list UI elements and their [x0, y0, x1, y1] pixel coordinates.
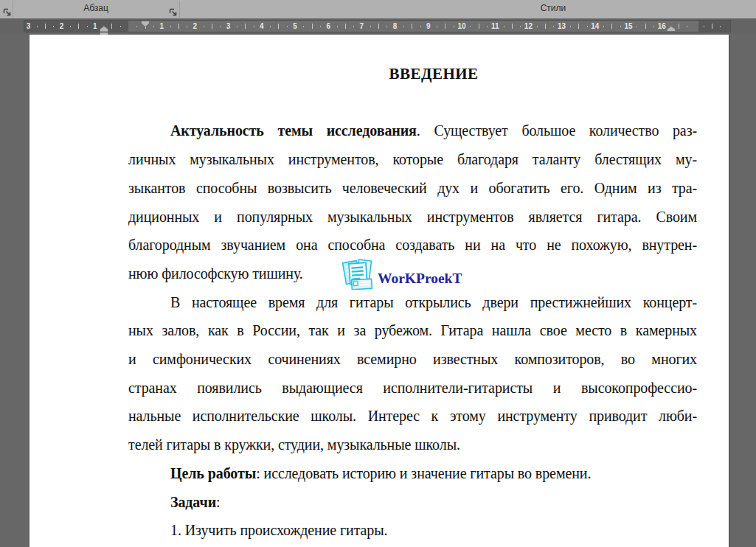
doc-line[interactable]: нальные исполнительские школы. Интерес к…	[128, 402, 697, 431]
ruler-tick	[87, 26, 88, 27]
text-segment: Цель работы	[170, 465, 256, 481]
ruler-tick	[153, 26, 154, 27]
ruler-tick	[212, 24, 212, 29]
ruler-tick	[637, 26, 637, 27]
ruler-tick	[553, 26, 554, 27]
text-segment: ных залов, как в России, так и за рубежо…	[128, 322, 697, 338]
doc-line[interactable]: Актуальность темы исследования. Существу…	[128, 116, 697, 145]
ruler-tick	[570, 26, 571, 27]
ruler-tick	[545, 24, 546, 29]
ruler-number: 15	[623, 22, 634, 30]
text-segment: нюю философскую тишину.	[128, 265, 303, 282]
doc-line[interactable]: странах появились выдающиеся исполнители…	[128, 374, 697, 403]
ruler-tick	[237, 26, 237, 27]
text-segment: В настоящее время для гитары открылись д…	[170, 294, 697, 310]
doc-line[interactable]: диционных и популярных музыкальных инстр…	[128, 203, 697, 231]
ruler-tick	[412, 24, 412, 29]
text-segment: телей гитары в кружки, студии, музыкальн…	[128, 436, 460, 453]
ruler-tick	[37, 26, 38, 27]
ruler-number: 12	[522, 22, 534, 30]
doc-line[interactable]: благородным звучанием она способна созда…	[128, 231, 697, 259]
ruler-tick	[378, 24, 379, 29]
ruler-tick	[220, 26, 221, 27]
text-segment: Актуальность темы исследования	[170, 122, 417, 139]
ruler-tick	[520, 26, 521, 27]
ruler-tick	[720, 26, 721, 27]
ruler-tick	[437, 26, 437, 27]
ruler-number: 2	[189, 22, 201, 30]
doc-line[interactable]: 1. Изучить происхождение гитары.	[128, 516, 697, 545]
paragraph[interactable]: 1. Изучить происхождение гитары.	[128, 516, 697, 545]
doc-line[interactable]: В настоящее время для гитары открылись д…	[128, 288, 697, 317]
ruler-tick	[445, 24, 445, 29]
ruler-number: 4	[256, 22, 268, 30]
ruler-tick	[353, 26, 354, 27]
document-paragraphs: Актуальность темы исследования. Существу…	[128, 116, 697, 545]
doc-line[interactable]: личных музыкальных инструментов, которые…	[128, 145, 697, 174]
right-indent-marker[interactable]	[667, 26, 676, 32]
document-heading[interactable]: ВВЕДЕНИЕ	[128, 60, 697, 88]
ruler-tick	[170, 26, 171, 27]
paragraph[interactable]: Цель работы: исследовать историю и значе…	[128, 459, 697, 488]
ruler-tick	[270, 26, 271, 27]
text-segment: странах появились выдающиеся исполнители…	[128, 380, 697, 396]
workproekt-logo-text: WorKProekT	[378, 271, 462, 286]
ruler-tick	[587, 26, 588, 27]
horizontal-ruler[interactable]: 32112345678910111213141516	[24, 21, 730, 32]
ruler-number: 5	[289, 22, 301, 30]
ruler-tick	[603, 26, 604, 27]
font-group-dialog-launcher-icon[interactable]	[3, 8, 12, 17]
ruler-tick	[687, 26, 687, 27]
group-divider	[179, 1, 180, 18]
text-segment: диционных и популярных музыкальных инстр…	[128, 209, 697, 225]
ruler-tick	[320, 26, 321, 27]
paragraph[interactable]: Задачи:	[128, 488, 697, 517]
document-text-area[interactable]: ВВЕДЕНИЕ Актуальность темы исследования.…	[128, 60, 697, 545]
ruler-tick	[278, 24, 279, 29]
doc-line[interactable]: и симфонических сочинениях всемирно изве…	[128, 345, 697, 374]
document-page[interactable]: ВВЕДЕНИЕ Актуальность темы исследования.…	[30, 35, 729, 547]
text-segment: нальные исполнительские школы. Интерес к…	[128, 408, 697, 424]
ruler-tick	[187, 26, 187, 27]
text-segment: зыкантов способны возвысить человеческий…	[128, 180, 697, 196]
ruler-tick	[611, 24, 612, 29]
paragraph-group-dialog-launcher-icon[interactable]	[169, 8, 178, 17]
styles-group-label: Стили	[443, 3, 664, 13]
ruler-tick	[345, 24, 346, 29]
ruler-tick	[712, 24, 712, 29]
text-segment: благородным звучанием она способна созда…	[128, 237, 697, 253]
ruler-tick	[53, 26, 54, 27]
ruler-number: 14	[589, 22, 601, 30]
ruler-tick	[287, 26, 288, 27]
ruler-number: 2	[56, 22, 68, 30]
text-segment: личных музыкальных инструментов, которые…	[128, 151, 697, 167]
first-line-indent-marker[interactable]	[141, 21, 150, 27]
ruler-number: 10	[456, 22, 468, 30]
ruler-tick	[704, 26, 704, 27]
ruler-number: 3	[22, 22, 34, 30]
doc-line[interactable]: зыкантов способны возвысить человеческий…	[128, 174, 697, 203]
ruler-number: 13	[556, 22, 568, 30]
doc-line[interactable]: ных залов, как в России, так и за рубежо…	[128, 316, 697, 345]
text-segment: :	[216, 494, 220, 510]
ruler-number: 11	[489, 22, 501, 30]
ruler-number: 8	[389, 22, 401, 30]
workproekt-logo[interactable]: WorKProekT	[342, 258, 462, 290]
ruler-printable-area[interactable]	[128, 21, 698, 32]
ruler-tick	[120, 26, 121, 27]
ruler-tick	[479, 24, 479, 29]
paragraph[interactable]: В настоящее время для гитары открылись д…	[128, 288, 697, 459]
ribbon-groups-strip: Абзац Стили	[0, 0, 756, 18]
text-segment: : исследовать историю и значение гитары …	[256, 465, 591, 481]
doc-line[interactable]: телей гитары в кружки, студии, музыкальн…	[128, 431, 697, 459]
doc-line[interactable]: Задачи:	[128, 488, 697, 517]
ruler-tick	[245, 24, 246, 29]
ruler-tick	[136, 26, 137, 27]
ruler-tick	[254, 26, 254, 27]
ruler-number: 16	[656, 22, 667, 30]
doc-line[interactable]: Цель работы: исследовать историю и значе…	[128, 459, 697, 488]
ruler-tick	[420, 26, 421, 27]
ruler-tick	[454, 26, 454, 27]
ruler-number: 3	[223, 22, 235, 30]
ruler-tick	[204, 26, 204, 27]
